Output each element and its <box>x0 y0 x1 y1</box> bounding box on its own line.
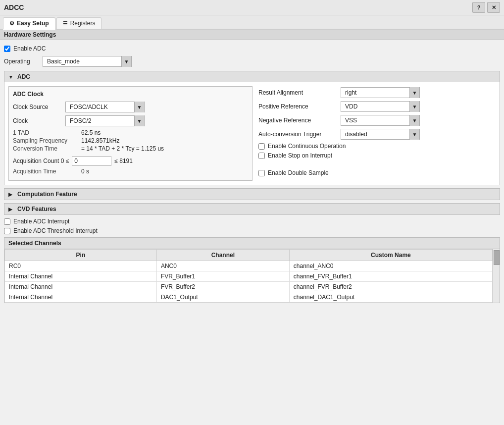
app-title: ADCC <box>4 3 24 11</box>
table-row[interactable]: RC0ANC0channel_ANC0 <box>5 261 493 271</box>
auto-conversion-row: Auto-conversion Trigger disabled ▼ <box>258 129 494 140</box>
operating-arrow[interactable]: ▼ <box>121 56 131 67</box>
table-cell-pin: Internal Channel <box>5 292 157 303</box>
stop-on-interrupt-checkbox[interactable] <box>258 153 265 159</box>
conversion-time-value: = 14 * TAD + 2 * Tcy = 1.125 us <box>81 145 164 152</box>
result-alignment-arrow[interactable]: ▼ <box>409 87 419 98</box>
clock-arrow[interactable]: ▼ <box>134 115 144 126</box>
col-channel: Channel <box>156 250 289 261</box>
adc-section-title: ADC <box>17 73 30 80</box>
enable-adc-interrupt-row: Enable ADC Interrupt <box>4 218 500 225</box>
channels-table-head: Pin Channel Custom Name <box>5 250 493 261</box>
table-cell-pin: Internal Channel <box>5 282 157 292</box>
operating-value: Basic_mode <box>43 57 121 66</box>
scrollbar-thumb[interactable] <box>494 250 500 265</box>
clock-source-arrow[interactable]: ▼ <box>134 102 144 112</box>
computation-feature-header[interactable]: ▶ Computation Feature <box>4 189 500 200</box>
clock-select[interactable]: FOSC/2 ▼ <box>65 115 145 126</box>
sampling-freq-row: Sampling Frequency 1142.8571kHz <box>13 137 248 144</box>
selected-channels-section: Selected Channels Pin Channel Custom Nam… <box>4 237 500 303</box>
table-cell-pin: Internal Channel <box>5 271 157 282</box>
cvd-features-section: ▶ CVD Features <box>4 203 500 215</box>
main-content: Enable ADC Operating Basic_mode ▼ ▼ ADC … <box>0 40 504 307</box>
enable-adc-threshold-interrupt-checkbox[interactable] <box>4 228 10 234</box>
double-sample-checkbox[interactable] <box>258 170 265 176</box>
enable-adc-checkbox[interactable] <box>4 46 10 52</box>
channels-header: Selected Channels <box>4 238 500 249</box>
cvd-features-header[interactable]: ▶ CVD Features <box>4 204 500 214</box>
table-cell-channel: FVR_Buffer2 <box>156 282 289 292</box>
positive-reference-value: VDD <box>341 102 409 111</box>
negative-reference-arrow[interactable]: ▼ <box>409 115 419 126</box>
auto-conversion-select[interactable]: disabled ▼ <box>341 129 420 140</box>
acquisition-time-label: Acquisition Time <box>13 168 77 175</box>
acquisition-count-input[interactable] <box>72 156 111 166</box>
one-tad-label: 1 TAD <box>13 129 77 136</box>
title-buttons: ? ✕ <box>472 2 500 13</box>
conversion-time-label: Conversion Time <box>13 145 77 152</box>
tab-registers[interactable]: ☰ Registers <box>56 17 102 29</box>
clock-source-row: Clock Source FOSC/ADCLK ▼ <box>13 102 248 112</box>
enable-adc-row: Enable ADC <box>4 44 500 53</box>
info-rows: 1 TAD 62.5 ns Sampling Frequency 1142.85… <box>13 129 248 152</box>
enable-adc-threshold-interrupt-label: Enable ADC Threshold Interrupt <box>13 227 98 234</box>
negative-reference-value: VSS <box>341 116 409 125</box>
computation-collapse-arrow: ▶ <box>8 192 14 197</box>
adc-clock-group: ADC Clock Clock Source FOSC/ADCLK ▼ Cloc… <box>8 86 252 181</box>
adc-section-header[interactable]: ▼ ADC <box>4 71 500 82</box>
channels-table-header-row: Pin Channel Custom Name <box>5 250 493 261</box>
continuous-operation-checkbox[interactable] <box>258 143 265 150</box>
operating-select[interactable]: Basic_mode ▼ <box>43 56 132 67</box>
adc-section: ▼ ADC ADC Clock Clock Source FOSC/ADCLK … <box>4 71 500 185</box>
sampling-freq-label: Sampling Frequency <box>13 137 77 144</box>
one-tad-value: 62.5 ns <box>81 129 101 136</box>
channels-table-body: RC0ANC0channel_ANC0Internal ChannelFVR_B… <box>5 261 493 303</box>
clock-row: Clock FOSC/2 ▼ <box>13 115 248 126</box>
easy-setup-icon: ⚙ <box>9 20 14 27</box>
enable-adc-label: Enable ADC <box>13 45 46 52</box>
hardware-settings-header: Hardware Settings <box>0 30 504 40</box>
channels-table: Pin Channel Custom Name RC0ANC0channel_A… <box>4 249 493 303</box>
negative-reference-select[interactable]: VSS ▼ <box>341 115 420 126</box>
registers-icon: ☰ <box>63 20 68 27</box>
result-alignment-select[interactable]: right ▼ <box>341 87 420 98</box>
positive-reference-label: Positive Reference <box>258 103 338 110</box>
close-button[interactable]: ✕ <box>487 2 500 13</box>
table-cell-customname: channel_ANC0 <box>289 261 492 271</box>
clock-source-label: Clock Source <box>13 104 62 110</box>
title-bar: ADCC ? ✕ <box>0 0 504 15</box>
positive-reference-select[interactable]: VDD ▼ <box>341 101 420 112</box>
acquisition-count-row: Acquisition Count 0 ≤ ≤ 8191 <box>13 156 248 166</box>
computation-feature-title: Computation Feature <box>17 191 77 198</box>
enable-adc-interrupt-label: Enable ADC Interrupt <box>13 218 69 225</box>
result-alignment-label: Result Alignment <box>258 89 338 96</box>
table-row[interactable]: Internal ChannelFVR_Buffer2channel_FVR_B… <box>5 282 493 292</box>
double-sample-row: Enable Double Sample <box>258 169 494 176</box>
table-row[interactable]: Internal ChannelFVR_Buffer1channel_FVR_B… <box>5 271 493 282</box>
help-button[interactable]: ? <box>472 2 485 13</box>
clock-source-select[interactable]: FOSC/ADCLK ▼ <box>65 102 145 112</box>
table-row[interactable]: Internal ChannelDAC1_Outputchannel_DAC1_… <box>5 292 493 303</box>
clock-label: Clock <box>13 117 62 124</box>
adc-two-col: ADC Clock Clock Source FOSC/ADCLK ▼ Cloc… <box>8 86 496 181</box>
negative-reference-label: Negative Reference <box>258 117 338 124</box>
scrollbar[interactable] <box>493 249 500 303</box>
auto-conversion-arrow[interactable]: ▼ <box>409 129 419 140</box>
clock-source-value: FOSC/ADCLK <box>66 103 134 111</box>
adc-clock-title: ADC Clock <box>13 91 248 98</box>
computation-feature-section: ▶ Computation Feature <box>4 188 500 200</box>
tab-easy-setup[interactable]: ⚙ Easy Setup <box>3 17 55 30</box>
tab-bar: ⚙ Easy Setup ☰ Registers <box>0 15 504 30</box>
table-cell-channel: ANC0 <box>156 261 289 271</box>
enable-adc-interrupt-checkbox[interactable] <box>4 218 10 225</box>
positive-reference-arrow[interactable]: ▼ <box>409 101 419 112</box>
adc-content: ADC Clock Clock Source FOSC/ADCLK ▼ Cloc… <box>4 82 500 185</box>
cvd-features-title: CVD Features <box>17 206 56 212</box>
acquisition-count-label: Acquisition Count 0 ≤ <box>13 158 69 164</box>
acquisition-time-row: Acquisition Time 0 s <box>13 168 248 175</box>
stop-on-interrupt-label: Enable Stop on Interrupt <box>268 152 332 159</box>
one-tad-row: 1 TAD 62.5 ns <box>13 129 248 136</box>
continuous-operation-label: Enable Continuous Operation <box>268 143 346 150</box>
table-cell-customname: channel_DAC1_Output <box>289 292 492 303</box>
col-pin: Pin <box>5 250 157 261</box>
